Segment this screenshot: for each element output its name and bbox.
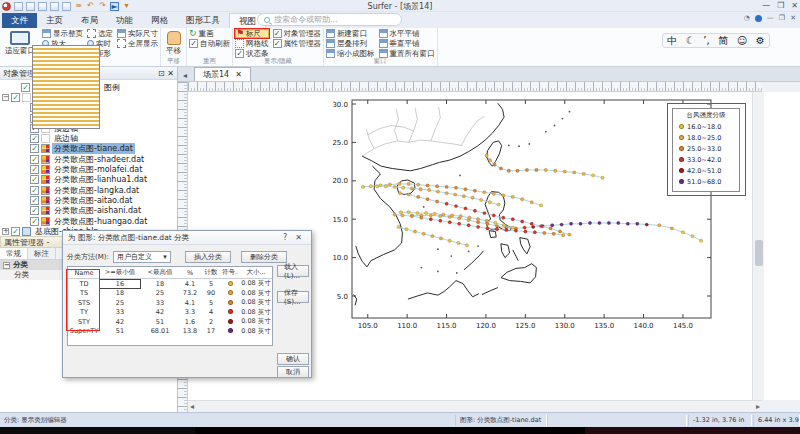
- cell[interactable]: [222, 280, 238, 288]
- auto-refresh-button[interactable]: ✓自动刷新: [189, 39, 230, 48]
- property-manager-checkbox[interactable]: ✓: [273, 39, 282, 48]
- track-point[interactable]: [485, 219, 488, 222]
- track-point[interactable]: [579, 222, 582, 225]
- cursor-icon[interactable]: ►: [110, 2, 119, 11]
- track-point[interactable]: [448, 239, 451, 242]
- track-point[interactable]: [483, 211, 486, 214]
- cell[interactable]: [222, 289, 238, 297]
- tree-item[interactable]: ✓底边轴: [2, 133, 177, 143]
- track-point[interactable]: [420, 216, 423, 219]
- track-point[interactable]: [507, 169, 510, 172]
- track-point[interactable]: [398, 182, 401, 185]
- tab-图形工具[interactable]: 图形工具: [177, 13, 229, 28]
- track-point[interactable]: [398, 191, 401, 194]
- track-point[interactable]: [552, 232, 555, 235]
- new-icon[interactable]: [14, 2, 23, 11]
- track-point[interactable]: [492, 214, 495, 217]
- delete-class-button[interactable]: 删除分类: [241, 251, 287, 263]
- track-point[interactable]: [658, 224, 661, 227]
- track-point[interactable]: [485, 154, 488, 157]
- scroll-right-icon[interactable]: ▸: [756, 402, 760, 411]
- track-point[interactable]: [502, 216, 505, 219]
- track-point[interactable]: [486, 222, 489, 225]
- cell[interactable]: 5: [200, 280, 222, 288]
- insert-class-button[interactable]: 插入分类: [185, 251, 231, 263]
- track-point[interactable]: [464, 207, 467, 210]
- track-point[interactable]: [636, 222, 639, 225]
- track-point[interactable]: [492, 192, 495, 195]
- cell[interactable]: [222, 318, 238, 326]
- cell[interactable]: 73.2: [180, 289, 200, 297]
- cell[interactable]: 33: [140, 299, 180, 307]
- ok-button[interactable]: 确认: [277, 353, 309, 365]
- track-point[interactable]: [670, 227, 673, 230]
- track-point[interactable]: [462, 195, 465, 198]
- track-point[interactable]: [573, 171, 576, 174]
- dialog-close-icon[interactable]: ✕: [291, 233, 306, 242]
- track-point[interactable]: [539, 224, 542, 227]
- cell[interactable]: [222, 327, 238, 335]
- tree-item[interactable]: ✓分类散点图-shadeer.dat: [2, 154, 177, 164]
- track-point[interactable]: [502, 224, 505, 227]
- tree-item[interactable]: ✓分类散点图-molafei.dat: [2, 164, 177, 174]
- track-point[interactable]: [476, 225, 479, 228]
- track-point[interactable]: [473, 189, 476, 192]
- cell[interactable]: 0.08 英寸: [238, 298, 274, 307]
- track-point[interactable]: [569, 222, 572, 225]
- track-point[interactable]: [445, 191, 448, 194]
- track-point[interactable]: [511, 218, 514, 221]
- input-method-bar[interactable]: 中☾’,简☺⚙: [662, 33, 770, 48]
- visibility-checkbox[interactable]: ✓: [30, 144, 39, 153]
- class-row[interactable]: TS182573.2900.08 英寸: [68, 289, 272, 299]
- track-point[interactable]: [493, 163, 496, 166]
- zoom-selected-button[interactable]: 选定: [87, 29, 113, 38]
- track-point[interactable]: [533, 231, 536, 234]
- track-point[interactable]: [563, 170, 566, 173]
- visibility-checkbox[interactable]: ✓: [30, 165, 39, 174]
- save2-icon[interactable]: [62, 2, 71, 11]
- track-point[interactable]: [458, 222, 461, 225]
- tab-网格[interactable]: 网格: [142, 13, 177, 28]
- redraw-button[interactable]: ↻重画: [189, 29, 230, 38]
- command-search-input[interactable]: 搜索命令或帮助...: [257, 13, 402, 26]
- track-point[interactable]: [511, 226, 514, 229]
- track-point[interactable]: [607, 221, 610, 224]
- help-icon[interactable]: ◔: [744, 14, 750, 22]
- class-row[interactable]: STY42511.620.08 英寸: [68, 317, 272, 327]
- track-point[interactable]: [448, 221, 451, 224]
- property-manager-button[interactable]: ✓属性管理器: [273, 39, 322, 48]
- object-manager-checkbox[interactable]: ✓: [273, 29, 282, 38]
- track-point[interactable]: [549, 227, 552, 230]
- track-point[interactable]: [535, 168, 538, 171]
- track-point[interactable]: [407, 182, 410, 185]
- cell[interactable]: 5: [200, 299, 222, 307]
- track-point[interactable]: [388, 183, 391, 186]
- save-icon[interactable]: [50, 2, 59, 11]
- track-point[interactable]: [544, 168, 547, 171]
- expander-icon[interactable]: +: [2, 228, 9, 235]
- cell[interactable]: 4.1: [180, 299, 200, 307]
- track-point[interactable]: [511, 195, 514, 198]
- minimize-icon[interactable]: —: [762, 1, 770, 10]
- ime-item-5[interactable]: ⚙: [756, 35, 765, 46]
- auto-refresh-checkbox[interactable]: ✓: [189, 39, 198, 48]
- track-point[interactable]: [476, 218, 479, 221]
- track-point[interactable]: [699, 239, 702, 242]
- visibility-checkbox[interactable]: ✓: [30, 206, 39, 215]
- track-point[interactable]: [691, 234, 694, 237]
- track-point[interactable]: [681, 231, 684, 234]
- track-point[interactable]: [407, 211, 410, 214]
- track-point[interactable]: [568, 233, 571, 236]
- document-tab[interactable]: 场景14 ✕: [194, 67, 251, 81]
- track-point[interactable]: [582, 172, 585, 175]
- track-point[interactable]: [410, 214, 413, 217]
- visibility-checkbox[interactable]: ✓: [11, 227, 20, 236]
- track-point[interactable]: [445, 202, 448, 205]
- track-point[interactable]: [468, 216, 471, 219]
- track-point[interactable]: [422, 232, 425, 235]
- open-icon[interactable]: [26, 2, 35, 11]
- panel-close-icon[interactable]: ✕: [167, 69, 174, 78]
- track-point[interactable]: [554, 169, 557, 172]
- doc-minimize-icon[interactable]: —: [767, 14, 774, 22]
- scroll-left-icon[interactable]: ◂: [190, 402, 194, 411]
